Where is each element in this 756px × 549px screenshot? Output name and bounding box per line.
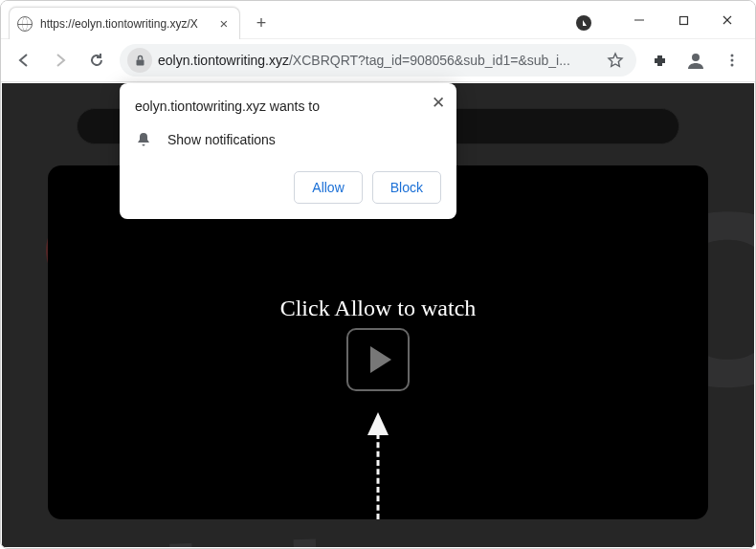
svg-rect-6 <box>136 59 144 65</box>
bookmark-star-icon[interactable] <box>602 47 629 74</box>
profile-avatar-icon[interactable] <box>682 47 709 74</box>
play-button-icon[interactable] <box>346 328 410 391</box>
notification-permission-dialog: ✕ eolyn.tiontowriting.xyz wants to Show … <box>120 83 456 219</box>
permission-label: Show notifications <box>167 132 276 147</box>
svg-point-9 <box>731 59 734 62</box>
lock-icon[interactable] <box>127 48 152 73</box>
browser-window: https://eolyn.tiontowriting.xyz/X × + <box>0 0 756 549</box>
browser-toolbar: eolyn.tiontowriting.xyz/XCBRQRT?tag_id=9… <box>1 38 755 82</box>
svg-rect-3 <box>679 16 687 24</box>
arrow-shaft <box>377 433 380 519</box>
tab-strip: https://eolyn.tiontowriting.xyz/X × + <box>9 7 275 39</box>
block-button[interactable]: Block <box>372 171 441 204</box>
dialog-close-icon[interactable]: ✕ <box>432 93 445 113</box>
address-bar[interactable]: eolyn.tiontowriting.xyz/XCBRQRT?tag_id=9… <box>120 44 636 77</box>
tab-title: https://eolyn.tiontowriting.xyz/X <box>40 17 209 31</box>
maximize-button[interactable] <box>661 5 705 35</box>
kebab-menu-icon[interactable] <box>719 47 745 74</box>
url-path: /XCBRQRT?tag_id=908056&sub_id1=&sub_i... <box>289 53 570 68</box>
close-tab-icon[interactable]: × <box>216 16 232 32</box>
permission-origin-text: eolyn.tiontowriting.xyz wants to <box>135 99 441 114</box>
extensions-icon[interactable] <box>646 47 673 74</box>
browser-tab[interactable]: https://eolyn.tiontowriting.xyz/X × <box>9 7 240 39</box>
forward-button <box>47 47 74 74</box>
reload-button[interactable] <box>83 47 110 74</box>
click-allow-text: Click Allow to watch <box>48 296 708 321</box>
media-badge-icon[interactable] <box>575 14 592 32</box>
bell-icon <box>135 131 152 148</box>
svg-point-10 <box>731 64 734 67</box>
close-window-button[interactable] <box>705 5 749 35</box>
arrow-up-icon <box>367 412 389 435</box>
svg-point-7 <box>692 54 700 61</box>
globe-icon <box>17 16 33 32</box>
allow-button[interactable]: Allow <box>294 171 362 204</box>
back-button[interactable] <box>11 47 37 74</box>
minimize-button[interactable] <box>617 5 661 35</box>
new-tab-button[interactable]: + <box>248 10 275 36</box>
url-host: eolyn.tiontowriting.xyz <box>158 53 289 68</box>
svg-point-8 <box>731 55 734 57</box>
url-text: eolyn.tiontowriting.xyz/XCBRQRT?tag_id=9… <box>158 53 596 68</box>
